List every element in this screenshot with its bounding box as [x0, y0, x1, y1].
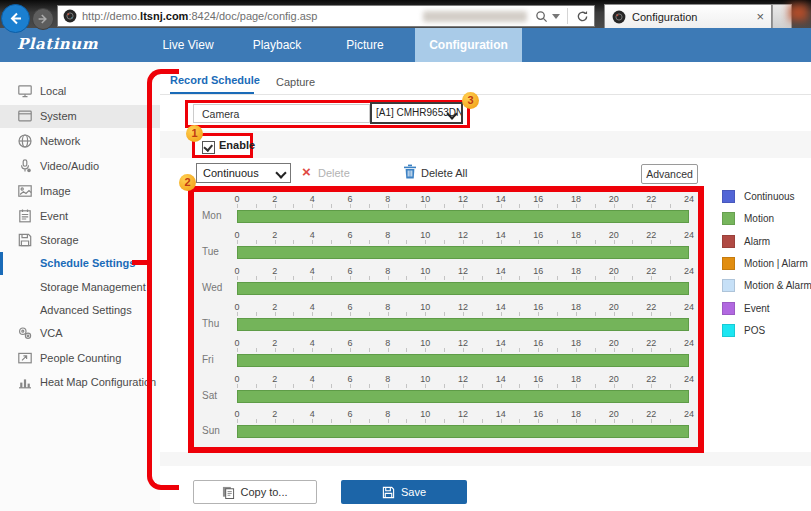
enable-checkbox[interactable]	[202, 141, 215, 154]
sidebar-item-local[interactable]: Local	[0, 80, 160, 103]
annotation-bracket	[147, 69, 179, 490]
sidebar-item-storage[interactable]: Storage	[0, 229, 160, 252]
schedule-bar-motion[interactable]	[237, 425, 689, 438]
delete-x-icon: ×	[302, 163, 311, 180]
tick-label: 24	[684, 374, 694, 384]
tabs-divider	[160, 94, 811, 95]
sidebar-item-system[interactable]: System	[0, 105, 160, 128]
sidebar-item-image[interactable]: Image	[0, 180, 160, 203]
sidebar-item-label: Advanced Settings	[40, 304, 132, 316]
camera-select[interactable]: [A1] CMHR9653DN-ZF	[370, 102, 463, 124]
sidebar-item-label: Local	[40, 85, 66, 97]
sidebar-item-vca[interactable]: VCA	[0, 322, 160, 345]
system-icon	[17, 108, 33, 124]
schedule-bar-motion[interactable]	[237, 210, 689, 223]
sidebar-item-storage-management[interactable]: Storage Management	[0, 276, 160, 299]
schedule-bar-motion[interactable]	[237, 246, 689, 259]
address-bar-divider	[567, 8, 568, 24]
annotation-badge-1: 1	[186, 125, 203, 142]
schedule-bar-motion[interactable]	[237, 318, 689, 331]
delete-button[interactable]: Delete	[318, 167, 350, 179]
tick-label: 10	[420, 194, 430, 204]
tick-label: 22	[646, 230, 656, 240]
record-type-value: Continuous	[203, 167, 259, 179]
schedule-bar-motion[interactable]	[237, 354, 689, 367]
blurred-browser-control	[789, 4, 808, 21]
schedule-grid[interactable]: Mon024681012141618202224Tue0246810121416…	[194, 192, 698, 447]
day-label: Tue	[202, 246, 219, 257]
delete-all-button[interactable]: Delete All	[421, 167, 467, 179]
copy-icon	[222, 486, 235, 499]
tick-label: 16	[533, 338, 543, 348]
schedule-bar-track[interactable]	[237, 425, 689, 438]
tick-label: 8	[385, 338, 390, 348]
tick-label: 8	[385, 230, 390, 240]
schedule-bar-motion[interactable]	[237, 282, 689, 295]
sidebar-item-people-counting[interactable]: People Counting	[0, 347, 160, 370]
tick-marks	[237, 276, 689, 280]
sidebar-item-network[interactable]: Network	[0, 130, 160, 153]
tick-label: 6	[347, 302, 352, 312]
tick-label: 6	[347, 230, 352, 240]
schedule-bar-track[interactable]	[237, 246, 689, 259]
schedule-bar-motion[interactable]	[237, 390, 689, 403]
nav-item-playback[interactable]: Playback	[253, 28, 302, 62]
copy-to-button[interactable]: Copy to...	[193, 480, 317, 504]
tick-label: 20	[609, 409, 619, 419]
forward-button[interactable]	[32, 8, 54, 30]
legend-swatch-motion-alarm	[722, 279, 735, 292]
screen: http://demo.ltsnj.com:8424/doc/page/conf…	[0, 0, 811, 511]
tick-label: 2	[272, 194, 277, 204]
sidebar-item-advanced-settings[interactable]: Advanced Settings	[0, 299, 160, 322]
sidebar-item-event[interactable]: Event	[0, 205, 160, 228]
tick-label: 4	[310, 374, 315, 384]
tab-close-icon[interactable]: ×	[756, 10, 764, 23]
tick-label: 20	[609, 194, 619, 204]
legend: ContinuousMotionAlarmMotion | AlarmMotio…	[722, 190, 811, 340]
monitor-icon	[17, 83, 33, 99]
sidebar-item-video-audio[interactable]: Video/Audio	[0, 155, 160, 178]
legend-label: Alarm	[744, 236, 770, 247]
nav-item-live-view[interactable]: Live View	[162, 28, 213, 62]
tick-label: 10	[420, 302, 430, 312]
schedule-bar-track[interactable]	[237, 318, 689, 331]
tick-label: 6	[347, 194, 352, 204]
day-label: Sun	[202, 425, 220, 436]
tick-label: 22	[646, 409, 656, 419]
tick-label: 10	[420, 338, 430, 348]
legend-item-pos: POS	[722, 324, 811, 337]
schedule-bar-track[interactable]	[237, 210, 689, 223]
day-label: Sat	[202, 390, 217, 401]
sidebar-item-heat-map-configuration[interactable]: Heat Map Configuration	[0, 371, 160, 394]
schedule-bar-track[interactable]	[237, 354, 689, 367]
time-ruler: 024681012141618202224	[237, 302, 689, 312]
sidebar-item-label: Image	[40, 185, 71, 197]
tick-label: 12	[458, 194, 468, 204]
refresh-icon[interactable]	[576, 10, 589, 23]
legend-swatch-continuous	[722, 190, 735, 203]
legend-swatch-motion	[722, 212, 735, 225]
tick-label: 12	[458, 338, 468, 348]
tab-capture[interactable]: Capture	[276, 76, 315, 88]
schedule-bar-track[interactable]	[237, 390, 689, 403]
back-button[interactable]	[1, 4, 30, 33]
nav-item-configuration[interactable]: Configuration	[415, 28, 522, 62]
record-type-select[interactable]: Continuous	[196, 163, 291, 183]
browser-tab[interactable]: Configuration ×	[604, 4, 772, 28]
search-dropdown-icon[interactable]	[552, 14, 560, 19]
time-ruler: 024681012141618202224	[237, 230, 689, 240]
tick-label: 10	[420, 230, 430, 240]
address-bar[interactable]: http://demo.ltsnj.com:8424/doc/page/conf…	[57, 5, 595, 27]
tick-label: 4	[310, 194, 315, 204]
nav-item-picture[interactable]: Picture	[346, 28, 383, 62]
schedule-row-mon: Mon024681012141618202224	[194, 193, 698, 229]
save-button[interactable]: Save	[341, 480, 467, 504]
tick-label: 16	[533, 374, 543, 384]
tick-label: 16	[533, 266, 543, 276]
schedule-bar-track[interactable]	[237, 282, 689, 295]
search-icon[interactable]	[535, 10, 548, 23]
tick-label: 8	[385, 409, 390, 419]
advanced-button[interactable]: Advanced	[641, 164, 698, 184]
legend-item-motion: Motion	[722, 212, 811, 225]
tab-record-schedule[interactable]: Record Schedule	[170, 74, 254, 95]
